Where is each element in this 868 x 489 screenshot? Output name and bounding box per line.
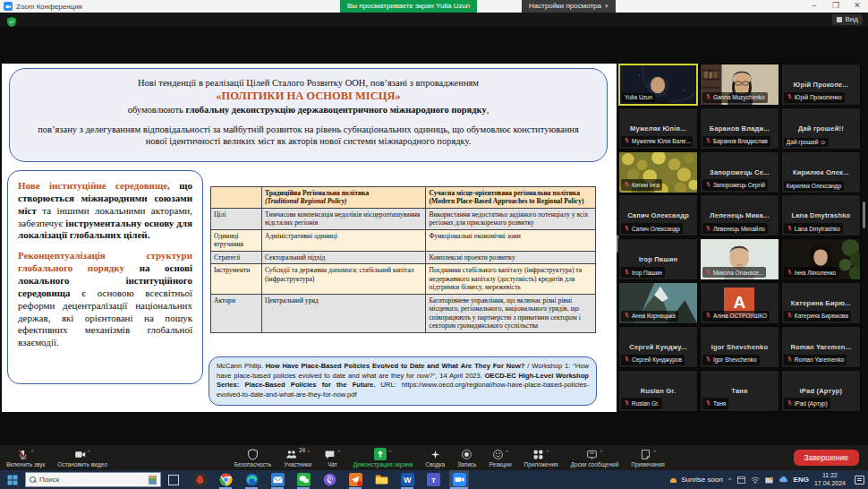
participant-tile[interactable]: Анна Корнацька <box>618 282 698 324</box>
participant-tile[interactable]: Сергей Кунджу...Сергей Кунджуров <box>618 326 698 368</box>
svg-text:W: W <box>404 476 412 485</box>
muted-mic-icon <box>787 225 793 233</box>
toolbar-notes-button[interactable]: ˄Примечания <box>625 445 671 470</box>
participant-tile[interactable]: iPad (Артур)iPad (Артур) <box>781 370 861 412</box>
table-row: Одиниці втручанняАдміністративні одиниці… <box>211 229 596 251</box>
text-segment: Нове інституційне середовище, <box>18 180 179 191</box>
toolbar-label: Приложения <box>524 461 558 468</box>
wechat-taskbar-icon[interactable] <box>294 470 313 489</box>
edge-taskbar-icon[interactable] <box>242 470 261 489</box>
telegram-folder-taskbar-icon[interactable] <box>345 470 365 489</box>
search-input[interactable]: Поиск <box>25 472 161 487</box>
participant-name-label: Кирилюк Олександр <box>784 181 844 190</box>
participants-scrollbar-thumb[interactable] <box>863 202 865 228</box>
notification-tray-icon[interactable] <box>765 476 773 484</box>
toolbar-share-screen-button[interactable]: ˄Демонстрация экрана <box>347 445 419 470</box>
participant-tile[interactable]: Баранов Влади...Баранов Владислав <box>700 107 779 150</box>
participant-tile[interactable]: Yulia Uzun <box>618 64 698 106</box>
participant-tile[interactable]: Roman Yaremen...Roman Yaremenko <box>781 326 861 368</box>
participant-tile[interactable]: Микола Опанасе... <box>700 238 779 280</box>
minimize-button[interactable]: – <box>804 0 825 13</box>
participant-tile[interactable]: Дай грошей!!Дай грошей ☺ <box>781 107 861 150</box>
participant-name-label: Lana Dmytrashko <box>784 223 843 234</box>
window-tray-icon[interactable] <box>737 476 745 484</box>
participant-tile[interactable]: Lana DmytrashkoLana Dmytrashko <box>781 194 861 236</box>
toolbar-whiteboards-button[interactable]: ˄Доски сообщений <box>565 445 625 470</box>
explorer-taskbar-icon[interactable] <box>371 470 391 489</box>
view-settings-button[interactable]: Настройки просмотра▾ <box>522 0 616 13</box>
toolbar-record-button[interactable]: Запись <box>451 445 482 470</box>
participant-label-text: Мужеляк Юлія Вале... <box>632 138 691 144</box>
toolbar-reactions-button[interactable]: ˄Реакции <box>483 445 518 470</box>
time: 11:22 <box>822 472 838 478</box>
participant-label-text: Lana Dmytrashko <box>795 226 840 232</box>
view-layout-button[interactable]: Вид <box>832 14 863 25</box>
language-indicator[interactable]: ENG <box>794 476 809 484</box>
teams-taskbar-icon[interactable]: T <box>423 470 443 489</box>
start-button[interactable] <box>0 470 25 489</box>
toolbar-summary-button[interactable]: Сводка <box>419 445 451 470</box>
word-taskbar-icon[interactable]: W <box>397 470 417 489</box>
participant-label-text: Ruslan Gr. <box>632 400 660 407</box>
chevron-up-icon: ˄ <box>337 449 341 454</box>
toolbar-participants-button[interactable]: 24˄Участники <box>277 445 318 470</box>
participant-tile[interactable]: Ruslan Gr.Ruslan Gr. <box>618 370 698 412</box>
chevron-up-icon[interactable]: ^ <box>728 476 732 484</box>
toolbar-stop-video-button[interactable]: ˄Остановить видео <box>51 445 113 470</box>
action-center-icon[interactable] <box>855 476 864 485</box>
toolbar-icon-row: ˄ <box>324 448 341 460</box>
toolbar-chat-button[interactable]: ˄Чат <box>318 445 347 470</box>
muted-mic-icon <box>624 269 630 277</box>
toolbar-icon-row <box>461 448 472 460</box>
toolbar-security-button[interactable]: Безопасность <box>228 445 277 470</box>
participants-grid: Yulia UzunGanna MuzychenkoЮрій Прокопе..… <box>618 64 861 413</box>
clock[interactable]: 11:2217.04.2024 <box>814 472 846 487</box>
zoom-menu-strip: Вид <box>0 13 868 27</box>
left-box-paragraph: Нове інституційне середовище, що створює… <box>18 180 192 242</box>
onedrive-cloud-icon[interactable] <box>779 476 788 483</box>
mail-taskbar-icon[interactable] <box>268 470 287 489</box>
participant-tile[interactable]: ТаняТаня <box>700 370 779 412</box>
zoom-taskbar-icon[interactable] <box>449 470 469 489</box>
flame-red-taskbar-icon[interactable] <box>190 470 209 489</box>
viber-taskbar-icon[interactable] <box>319 470 339 489</box>
participant-tile[interactable]: Кирилюк Олек...Кирилюк Олександр <box>781 151 861 193</box>
participant-label-text: Yulia Uzun <box>625 94 652 100</box>
left-box-paragraph: Реконцептуалізація структури глобального… <box>18 250 192 349</box>
participant-tile[interactable]: Кигим Інга <box>618 151 698 193</box>
end-meeting-button[interactable]: Завершение <box>794 450 859 466</box>
chevron-up-icon: ˄ <box>88 449 91 454</box>
participant-tile[interactable]: Igor ShevchenkoIgor Shevchenko <box>700 326 779 368</box>
participant-tile[interactable]: Сапич ОлександрСапич Олександр <box>618 194 698 236</box>
table-cell: Інструменти <box>211 264 262 294</box>
participant-label-text: Микола Опанасе... <box>713 270 763 276</box>
maximize-button[interactable]: ❐ <box>825 0 847 13</box>
weather-widget[interactable]: Sunrise soon <box>668 476 723 484</box>
toolbar-apps-button[interactable]: ˄Приложения <box>518 445 565 470</box>
participant-tile[interactable]: Лепенець Мика...Левенець Михайло <box>700 194 779 236</box>
top-box-line: обумовлюють глобальну деконструкцію держ… <box>10 104 607 116</box>
chevron-up-icon: ˄ <box>653 449 657 454</box>
close-button[interactable]: ✕ <box>847 0 868 13</box>
wifi-icon[interactable] <box>751 476 760 484</box>
slide-top-textbox: Нові тенденції в реалізації Цілей Сталог… <box>9 68 608 162</box>
toolbar-label: Примечания <box>631 461 665 468</box>
participant-name-label: Дай грошей ☺ <box>784 138 829 147</box>
participant-tile[interactable]: AАліна ОСТРОУШКО <box>700 282 779 324</box>
table-header-cell: Традиційна Регіональна політика(Traditio… <box>261 187 426 209</box>
task-view-button[interactable] <box>168 475 179 485</box>
viewing-screen-banner: Вы просматриваете экран Yulia Uzun <box>340 0 477 13</box>
participant-tile[interactable]: Запорожець Се...Запорожець Сергій <box>700 151 779 193</box>
muted-mic-icon <box>705 137 711 145</box>
participant-tile[interactable]: Ігор ПашинІгор Пашин <box>618 238 698 280</box>
participant-tile[interactable]: Інна Ляхоленко <box>781 238 861 280</box>
text-segment: Нові тенденції в реалізації Цілей Сталог… <box>138 78 479 88</box>
participant-name-label: Сапич Олександр <box>621 223 683 234</box>
participant-tile[interactable]: Юрій Прокопе...Юрій Прокопенко <box>781 64 861 106</box>
participant-tile[interactable]: Мужеляк Юлія...Мужеляк Юлія Вале... <box>618 107 698 150</box>
toolbar-unmute-button[interactable]: ˄Включить звук <box>0 445 51 470</box>
chrome-taskbar-icon[interactable] <box>216 470 235 489</box>
participant-tile[interactable]: Катерина Бирю...Катерина Бирюкова <box>781 282 861 324</box>
participant-label-text: Кирилюк Олександр <box>787 183 841 189</box>
participant-tile[interactable]: Ganna Muzychenko <box>700 64 779 106</box>
